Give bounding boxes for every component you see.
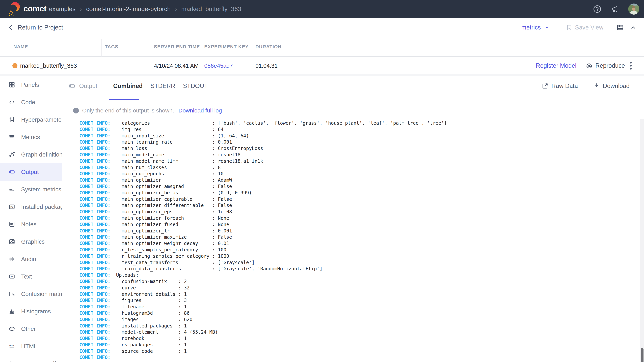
tab-combined[interactable]: Combined xyxy=(113,82,143,89)
output-panel-title: Output xyxy=(68,82,97,89)
sidebar-item-code[interactable]: Code xyxy=(0,93,62,111)
log-line: COMET INFO: os packages : 1 xyxy=(79,342,633,348)
scrollbar-thumb[interactable] xyxy=(641,348,644,362)
save-view-button[interactable]: Save View xyxy=(566,24,604,31)
sidebar-item-audio[interactable]: Audio xyxy=(0,250,62,268)
log-line: COMET INFO: main_model_name : resnet18 xyxy=(79,152,633,158)
log-prefix: COMET INFO: xyxy=(79,260,110,265)
column-header-name[interactable]: NAME xyxy=(14,44,28,49)
log-text: os packages : 1 xyxy=(110,342,187,348)
row-menu-icon[interactable] xyxy=(628,61,634,71)
sidebar-item-label: Assets & Artifacts xyxy=(21,360,62,362)
other-icon xyxy=(7,325,17,333)
register-model-button[interactable]: Register Model xyxy=(536,62,576,69)
log-text: main_optimizer_lr : 0.001 xyxy=(110,228,232,234)
log-text: source_code : 1 xyxy=(110,349,187,354)
download-full-log-link[interactable]: Download full log xyxy=(178,107,222,114)
comet-logo[interactable]: comet xyxy=(8,0,46,18)
raw-data-button[interactable]: Raw Data xyxy=(542,82,578,89)
log-text: figures : 3 xyxy=(110,298,187,303)
sidebar-item-histograms[interactable]: Histograms xyxy=(0,303,62,320)
experiment-end-time: 4/10/24 08:41 AM xyxy=(154,62,199,69)
log-prefix: COMET INFO: xyxy=(79,222,110,227)
log-prefix: COMET INFO: xyxy=(79,323,110,329)
sidebar-item-installed-packages[interactable]: PyInstalled packages xyxy=(0,198,62,216)
collapse-panel-icon[interactable] xyxy=(630,24,636,31)
sidebar-item-text[interactable]: TᴛText xyxy=(0,268,62,285)
column-header-tags[interactable]: TAGS xyxy=(105,44,118,49)
breadcrumb-item[interactable]: marked_butterfly_363 xyxy=(181,5,241,12)
tab-stdout[interactable]: STDOUT xyxy=(183,82,208,89)
breadcrumb-item[interactable]: comet-tutorial-2-image-pytorch xyxy=(86,5,171,12)
output-actions: Raw Data Download xyxy=(542,82,630,89)
log-prefix: COMET INFO: xyxy=(79,177,110,183)
sidebar-item-other[interactable]: Other xyxy=(0,320,62,338)
sidebar-item-label: Graph definition xyxy=(21,151,62,158)
column-header-duration[interactable]: DURATION xyxy=(256,44,282,49)
log-text: main_optimizer_differentiable : False xyxy=(110,203,232,208)
download-button[interactable]: Download xyxy=(593,82,630,89)
log-text: environment details : 1 xyxy=(110,292,187,297)
output-icon xyxy=(7,168,17,176)
log-text: main_model_name : resnet18 xyxy=(110,152,240,158)
sidebar-item-system-metrics[interactable]: System metrics xyxy=(0,181,62,198)
breadcrumb-separator: › xyxy=(175,6,177,12)
log-text: train_data_transforms : ['Grayscale', 'R… xyxy=(110,266,322,272)
return-to-project-link[interactable]: Return to Project xyxy=(9,18,63,37)
log-text: notebook : 1 xyxy=(110,336,187,341)
log-prefix: COMET INFO: xyxy=(79,203,110,208)
sidebar-item-label: Confusion matrix xyxy=(21,291,62,297)
log-text: main_optimizer_maximize : False xyxy=(110,234,232,240)
experiment-row[interactable]: marked_butterfly_363 4/10/24 08:41 AM 05… xyxy=(0,57,644,74)
tab-stderr[interactable]: STDERR xyxy=(150,82,175,89)
log-text: installed packages : 1 xyxy=(110,323,187,329)
log-prefix: COMET INFO: xyxy=(79,285,110,291)
sidebar-item-output[interactable]: Output xyxy=(0,163,62,181)
scrollbar-track[interactable] xyxy=(640,119,644,362)
sidebar-item-label: Other xyxy=(21,326,36,332)
announcements-icon[interactable] xyxy=(610,4,620,13)
help-icon[interactable] xyxy=(593,4,602,13)
sidebar-item-label: Metrics xyxy=(21,134,40,140)
experiment-key-link[interactable]: 056e45ad7 xyxy=(204,62,233,69)
reproduce-button[interactable]: Reproduce xyxy=(586,62,625,69)
sidebar-item-hyperparameters[interactable]: Hyperparameters xyxy=(0,111,62,128)
sidebar-item-html[interactable]: HTMLHTML xyxy=(0,338,62,355)
log-line: COMET INFO: main_optimizer_lr : 0.001 xyxy=(79,228,633,234)
log-text: test_data_transforms : ['Grayscale'] xyxy=(110,260,254,265)
view-selector-dropdown[interactable]: metrics xyxy=(522,24,550,31)
chevron-down-icon xyxy=(544,25,550,30)
sidebar-item-panels[interactable]: Panels xyxy=(0,76,62,93)
sidebar-item-confusion-matrix[interactable]: Confusion matrix xyxy=(0,285,62,303)
log-prefix: COMET INFO: xyxy=(79,184,110,189)
sidebar-item-graphics[interactable]: Graphics xyxy=(0,233,62,250)
system-metrics-icon xyxy=(7,186,17,193)
column-header-experiment-key[interactable]: EXPERIMENT KEY xyxy=(204,44,248,49)
log-prefix: COMET INFO: xyxy=(79,272,110,278)
sidebar-item-notes[interactable]: Notes xyxy=(0,216,62,233)
log-line: COMET INFO: main_optimizer : AdamW xyxy=(79,177,633,183)
sidebar-item-metrics[interactable]: Metrics xyxy=(0,128,62,146)
histograms-icon xyxy=(7,308,17,315)
output-tabs: CombinedSTDERRSTDOUT xyxy=(113,82,208,89)
sidebar-item-graph-definition[interactable]: Graph definition xyxy=(0,146,62,163)
table-view-icon[interactable] xyxy=(616,23,624,31)
navbar-actions xyxy=(593,0,639,18)
log-prefix: COMET INFO: xyxy=(79,171,110,176)
log-prefix: COMET INFO: xyxy=(79,247,110,253)
log-line: COMET INFO: main_num_classes : 8 xyxy=(79,164,633,171)
log-text: main_num_classes : 8 xyxy=(110,165,220,170)
breadcrumb-item[interactable]: examples xyxy=(49,5,76,12)
log-prefix: COMET INFO: xyxy=(79,279,110,284)
column-header-server-end-time[interactable]: SERVER END TIME xyxy=(154,44,200,49)
sidebar-item-assets-artifacts[interactable]: Assets & Artifacts xyxy=(0,355,62,362)
sidebar-item-label: Panels xyxy=(21,81,39,88)
graphics-icon xyxy=(7,238,17,245)
user-avatar[interactable] xyxy=(628,3,639,14)
hyperparameters-icon xyxy=(7,116,17,123)
confusion-matrix-icon xyxy=(7,290,17,298)
sidebar-item-label: Histograms xyxy=(21,308,51,315)
log-line: COMET INFO: main_optimizer_weight_decay … xyxy=(79,240,633,247)
sidebar-item-label: Installed packages xyxy=(21,203,62,210)
log-prefix: COMET INFO: xyxy=(79,127,110,132)
